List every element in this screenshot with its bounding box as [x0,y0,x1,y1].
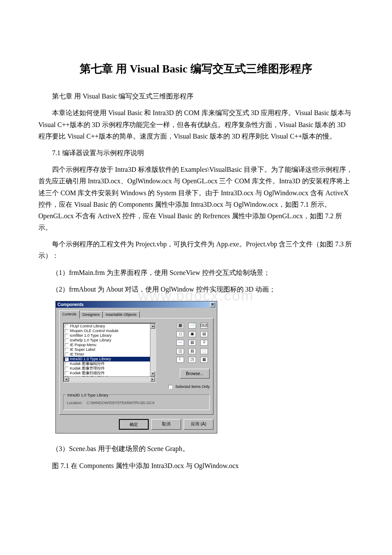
list-item[interactable]: Kodak 图像编辑控件 [64,361,155,366]
components-dialog: Components ✕ Controls Designers Insertab… [55,301,217,434]
list-item-label: Intra3D 1.0 Type Library [70,357,111,361]
paragraph-intro: 本章论述如何使用 Visual Basic 和 Intra3D 的 COM 库来… [38,107,354,142]
palette-icon: 📄 [188,323,196,329]
section-7-1-heading: 7.1 编译器设置与示例程序说明 [38,147,354,159]
tab-controls[interactable]: Controls [59,310,80,318]
scroll-right-icon[interactable]: ▸ [150,377,155,382]
checkbox-icon[interactable] [65,334,69,338]
palette-icon: ⠇ [176,357,184,363]
list-item[interactable]: FlUpl Control Library [64,324,155,329]
dialog-titlebar[interactable]: Components ✕ [56,301,217,308]
scroll-left-icon[interactable]: ◂ [64,377,69,382]
scroll-down-icon[interactable]: ▾ [150,371,155,376]
paragraph-project-files: 每个示例程序的工程文件为 Project.vbp，可执行文件为 App.exe。… [38,238,354,261]
tab-panel: FlUpl Control Library hhopen OLE Control… [59,318,213,415]
palette-icon: ◳ [188,357,196,363]
palette-icon: ▧ [188,340,196,346]
chapter-subtitle: 第七章 用 Visual Basic 编写交互式三维图形程序 [38,90,354,102]
scrollbar-horizontal[interactable]: ◂ ▸ [64,376,155,382]
palette-icon: ◫ [176,348,184,354]
list-item-1: （1）frmMain.frm 为主界面程序，使用 SceneView 控件交互式… [38,267,354,278]
checkbox-icon[interactable] [65,362,69,366]
list-item-label: Kodak 图像编辑控件 [70,361,105,366]
list-item-label: FlUpl Control Library [70,324,105,329]
checkbox-icon[interactable] [65,371,69,375]
browse-button[interactable]: Browse... [180,369,210,379]
checkbox-icon[interactable] [65,348,69,352]
groupbox-legend: Intra3D 1.0 Type Library [66,392,110,399]
palette-icon: ▦ [176,323,184,329]
list-item[interactable]: IE Timer [64,352,155,357]
tab-designers[interactable]: Designers [80,311,103,318]
tab-insertable-objects[interactable]: Insertable Objects [103,311,140,318]
palette-icon: ▣ [188,331,196,337]
scrollbar-vertical[interactable]: ▴ ▾ [150,324,155,382]
list-item-label: IE Timer [70,352,84,357]
list-item[interactable]: icmfilter 1.0 Type Library [64,333,155,338]
list-item[interactable]: Kodak 图像扫描控件 [64,371,155,376]
figure-caption: 图 7.1 在 Components 属性中添加 Intra3D.ocx 与 O… [38,460,354,471]
palette-icon: OLE [200,323,208,329]
palette-icon: ▤ [200,331,208,337]
scroll-up-icon[interactable]: ▴ [150,324,155,329]
checkbox-icon[interactable] [65,353,69,356]
list-item-2: （2）frmAbout 为 About 对话，使用 OglWindow 控件实现… [38,283,354,295]
list-item[interactable]: hhopen OLE Control module [64,329,155,333]
list-item-label: Kodak 图像管理控件 [70,366,105,371]
palette-icon: ▦ [200,357,208,363]
list-item[interactable]: IE Super Label [64,347,155,352]
dialog-button-row: 确定 取消 应用 (A) [59,419,213,430]
list-item-label: icmfilter 1.0 Type Library [70,333,112,338]
list-item-label: hhopen OLE Control module [70,329,118,333]
palette-icon: — [176,340,184,346]
components-dialog-figure: Components ✕ Controls Designers Insertab… [55,301,354,434]
cancel-button[interactable]: 取消 [151,419,181,430]
page-title: 第七章 用 Visual Basic 编写交互式三维图形程序 [38,60,354,78]
checkbox-icon[interactable] [65,329,69,333]
checkbox-icon[interactable] [168,385,172,389]
location-value: C:\WINDOWS\SYSTEM\INTRA3D.OCX [87,401,155,405]
palette-icon: ▥ [188,348,196,354]
list-item[interactable]: icwhelp 1.0 Type Library [64,338,155,343]
checkbox-icon[interactable] [65,338,69,342]
checkbox-icon[interactable] [65,367,69,370]
control-icon-palette: ▦ 📄 OLE ◻ ▣ ▤ — ▧ ⠿ [159,323,210,390]
palette-icon: ◻ [176,331,184,337]
components-listbox[interactable]: FlUpl Control Library hhopen OLE Control… [63,323,156,382]
selected-items-only-label: Selected Items Only [175,384,210,390]
location-label: Location: [67,401,83,405]
apply-button[interactable]: 应用 (A) [184,419,213,430]
list-item-label: icwhelp 1.0 Type Library [70,338,111,343]
tabs: Controls Designers Insertable Objects [59,310,213,318]
checkbox-icon[interactable] [65,324,69,328]
checkbox-icon[interactable] [65,357,69,361]
dialog-title: Components [58,301,84,308]
list-item-label: Kodak 图像扫描控件 [70,371,105,376]
paragraph-compiler-setup: 四个示例程序存放于 Intra3D 标准版软件的 Examples\Visual… [38,164,354,233]
list-item-label: IE Popup Menu [70,343,96,347]
list-item-3: （3）Scene.bas 用于创建场景的 Scene Graph。 [38,443,354,454]
list-item-label: IE Super Label [70,347,95,352]
palette-icon: ⠿ [200,340,208,346]
list-item[interactable]: Kodak 图像管理控件 [64,366,155,371]
close-icon[interactable]: ✕ [210,302,215,307]
list-item[interactable]: IE Popup Menu [64,343,155,347]
checkbox-icon[interactable] [65,343,69,347]
selection-info-groupbox: Intra3D 1.0 Type Library Location: C:\WI… [63,394,210,410]
ok-button[interactable]: 确定 [119,419,149,430]
palette-icon: ⬚ [200,348,208,354]
list-item-selected[interactable]: Intra3D 1.0 Type Library [64,357,155,361]
